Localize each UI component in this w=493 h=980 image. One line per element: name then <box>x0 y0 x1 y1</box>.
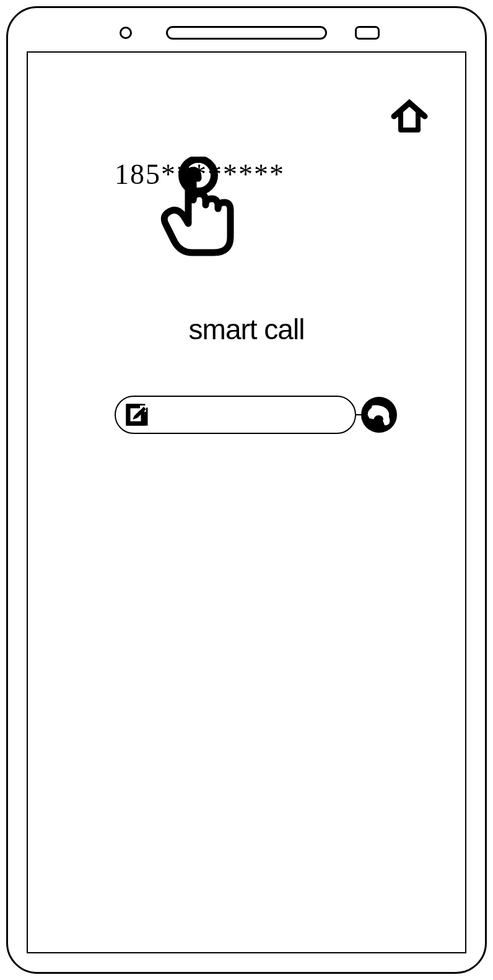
home-button[interactable] <box>391 99 428 136</box>
tap-hand-icon <box>155 157 263 265</box>
camera-dot <box>120 27 132 39</box>
dial-button[interactable] <box>361 397 397 433</box>
dial-icon <box>361 397 397 433</box>
sensor-bar <box>355 26 380 40</box>
dial-input-row <box>115 396 397 434</box>
edit-icon <box>125 403 149 427</box>
screen-area: 185******** smart call <box>27 51 466 953</box>
speaker-grille <box>166 26 327 40</box>
dial-input-field[interactable] <box>115 396 356 434</box>
phone-top-hardware <box>8 20 485 45</box>
app-title: smart call <box>28 313 465 346</box>
phone-frame: 185******** smart call <box>6 6 487 974</box>
home-icon <box>391 99 428 136</box>
